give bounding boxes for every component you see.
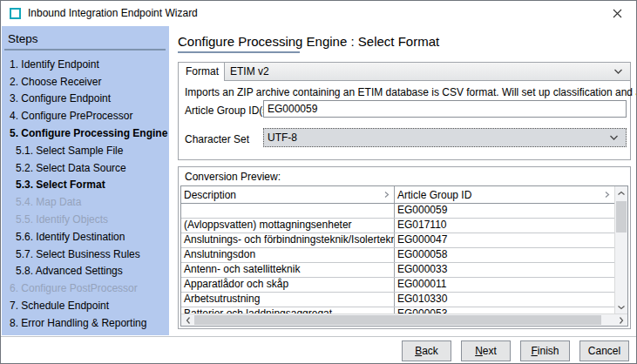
button-label: ack (422, 345, 438, 357)
chevron-left-icon (186, 316, 191, 325)
app-icon (10, 8, 21, 19)
close-button[interactable] (601, 1, 633, 26)
format-dropdown-value: ETIM v2 (230, 65, 269, 78)
format-dropdown[interactable]: ETIM v2 (224, 63, 630, 81)
page-title: Configure Processing Engine : Select For… (178, 34, 439, 49)
cancel-button[interactable]: Cancel (579, 340, 629, 361)
steps-underline (4, 49, 166, 51)
table-row[interactable]: Arbetsutrustning EG010330 (181, 293, 627, 307)
table-row[interactable]: Apparatlådor och skåp EG000011 (181, 278, 627, 293)
steps-title: Steps (2, 26, 169, 45)
step-configure-preprocessor[interactable]: 4. Configure PreProcessor (2, 107, 169, 125)
cell-article-group-id: EG000059 (395, 204, 614, 218)
horizontal-scrollbar-thumb[interactable] (194, 315, 601, 325)
step-choose-receiver[interactable]: 2. Choose Receiver (2, 73, 169, 91)
step-configure-endpoint[interactable]: 3. Configure Endpoint (2, 91, 169, 108)
cell-article-group-id: EG000058 (395, 248, 614, 262)
step-select-data-source[interactable]: 5.2. Select Data Source (2, 159, 169, 177)
horizontal-scrollbar[interactable] (181, 313, 627, 326)
step-schedule-endpoint[interactable]: 7. Schedule Endpoint (2, 297, 169, 314)
column-header-description[interactable]: Description (181, 186, 395, 203)
cell-description: Antenn- och satellitteknik (181, 263, 395, 277)
charset-label: Character Set (185, 133, 249, 145)
cell-article-group-id: EG000033 (395, 263, 614, 277)
main-panel: Configure Processing Engine : Select For… (178, 26, 631, 336)
cell-description: Anslutnings- och förbindningsteknik/Isol… (181, 233, 395, 247)
step-select-business-rules[interactable]: 5.7. Select Business Rules (2, 246, 169, 263)
vertical-scrollbar[interactable] (614, 186, 627, 313)
finish-button[interactable]: Finish (520, 340, 570, 361)
chevron-down-icon (609, 135, 619, 141)
wizard-dialog: Inbound Integration Endpoint Wizard Step… (0, 0, 637, 364)
window-title: Inbound Integration Endpoint Wizard (28, 1, 198, 26)
step-select-format[interactable]: 5.3. Select Format (2, 177, 169, 194)
step-advanced-settings[interactable]: 5.8. Advanced Settings (2, 263, 169, 280)
format-label: Format (179, 63, 224, 81)
cell-article-group-id: EG017110 (395, 219, 614, 233)
column-chevron-icon (605, 191, 610, 199)
cell-article-group-id: EG000011 (395, 278, 614, 292)
column-header-article-group-id[interactable]: Article Group ID (395, 186, 614, 203)
conversion-preview-label: Conversion Preview: (185, 171, 281, 183)
close-icon (613, 9, 622, 18)
format-groupbox: Format ETIM v2 Imports an ZIP archive co… (178, 62, 631, 160)
charset-dropdown[interactable]: UTF-8 (263, 128, 627, 147)
table-row[interactable]: EG000059 (181, 204, 627, 219)
step-select-sample-file[interactable]: 5.1. Select Sample File (2, 142, 169, 159)
cell-article-group-id: EG000047 (395, 233, 614, 247)
step-identify-destination[interactable]: 5.6. Identify Destination (2, 228, 169, 246)
scroll-down-button[interactable] (615, 300, 627, 313)
back-button[interactable]: Back (402, 340, 451, 361)
column-header-label: Article Group ID (397, 187, 471, 203)
table-row[interactable]: Antenn- och satellitteknik EG000033 (181, 263, 627, 278)
button-label: ext (483, 345, 497, 357)
steps-sidebar: Steps 1. Identify Endpoint 2. Choose Rec… (2, 26, 169, 335)
article-group-input[interactable] (263, 100, 627, 118)
chevron-right-icon (619, 316, 624, 325)
button-label: Cancel (588, 345, 620, 357)
cell-article-group-id: EG010330 (395, 293, 614, 307)
chevron-down-icon (617, 305, 626, 310)
scroll-right-button[interactable] (614, 314, 627, 326)
button-row: Back Next Finish Cancel (402, 340, 629, 361)
cell-description: Arbetsutrustning (181, 293, 395, 307)
steps-list: 1. Identify Endpoint 2. Choose Receiver … (2, 56, 169, 332)
scroll-up-button[interactable] (615, 186, 627, 199)
chevron-up-icon (617, 191, 626, 196)
scroll-left-button[interactable] (181, 314, 194, 326)
step-configure-postprocessor: 6. Configure PostProcessor (2, 280, 169, 297)
table-row[interactable]: (Avloppsvatten) mottagningsenheter EG017… (181, 219, 627, 233)
step-identify-objects: 5.5. Identify Objects (2, 211, 169, 228)
article-group-label: Article Group ID(s) (185, 104, 271, 117)
access-key: B (415, 345, 422, 357)
preview-table: Description Article Group ID EG000059 (A… (180, 185, 628, 327)
table-row[interactable]: Anslutnings- och förbindningsteknik/Isol… (181, 233, 627, 248)
conversion-preview-groupbox: Conversion Preview: Description Article … (178, 166, 631, 329)
titlebar: Inbound Integration Endpoint Wizard (1, 1, 636, 26)
vertical-scrollbar-thumb[interactable] (616, 201, 627, 233)
cell-description: Anslutningsdon (181, 248, 395, 262)
access-key: N (475, 345, 483, 357)
cell-description: (Avloppsvatten) mottagningsenheter (181, 219, 395, 233)
step-error-handling-reporting[interactable]: 8. Error Handling & Reporting (2, 314, 169, 332)
table-row[interactable]: Anslutningsdon EG000058 (181, 248, 627, 263)
divider (1, 336, 636, 337)
button-label: inish (538, 345, 559, 357)
step-identify-endpoint[interactable]: 1. Identify Endpoint (2, 56, 169, 73)
cell-description (181, 204, 395, 218)
format-description: Imports an ZIP archive containing an ETI… (179, 81, 630, 98)
chevron-down-icon (613, 69, 623, 75)
charset-dropdown-value: UTF-8 (268, 131, 297, 144)
heading-underline (178, 51, 300, 53)
column-header-label: Description (184, 187, 236, 203)
access-key: F (531, 345, 537, 357)
format-row: Format ETIM v2 (179, 63, 630, 81)
cell-description: Apparatlådor och skåp (181, 278, 395, 292)
step-configure-processing-engine[interactable]: 5. Configure Processing Engine (2, 125, 169, 142)
step-map-data: 5.4. Map Data (2, 193, 169, 211)
table-header-row: Description Article Group ID (181, 186, 627, 204)
next-button[interactable]: Next (461, 340, 511, 361)
column-chevron-icon (384, 191, 390, 199)
